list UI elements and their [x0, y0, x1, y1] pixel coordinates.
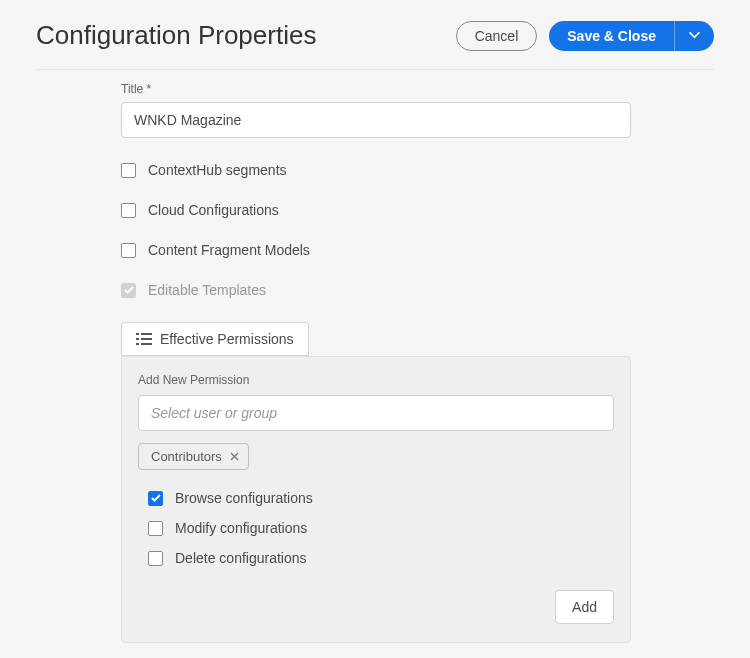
- list-icon: [136, 332, 152, 346]
- close-icon: [230, 452, 239, 461]
- permission-checkboxes: Browse configurations Modify configurati…: [138, 490, 614, 566]
- svg-rect-4: [136, 343, 139, 345]
- title-input[interactable]: [121, 102, 631, 138]
- tab-effective-permissions[interactable]: Effective Permissions: [121, 322, 309, 356]
- option-label: Content Fragment Models: [148, 242, 310, 258]
- form-body: Title * ContextHub segments Cloud Config…: [36, 82, 714, 643]
- option-contexthub-segments[interactable]: ContextHub segments: [121, 162, 714, 178]
- perm-modify-configurations[interactable]: Modify configurations: [148, 520, 614, 536]
- selected-tags: Contributors: [138, 443, 614, 470]
- save-and-close-button[interactable]: Save & Close: [549, 21, 674, 51]
- option-cloud-configurations[interactable]: Cloud Configurations: [121, 202, 714, 218]
- user-group-search-input[interactable]: [138, 395, 614, 431]
- perm-label: Modify configurations: [175, 520, 307, 536]
- tag-label: Contributors: [151, 449, 222, 464]
- option-editable-templates: Editable Templates: [121, 282, 714, 298]
- chevron-down-icon: [689, 32, 700, 39]
- svg-rect-2: [136, 338, 139, 340]
- tab-label: Effective Permissions: [160, 331, 294, 347]
- add-button[interactable]: Add: [555, 590, 614, 624]
- perm-label: Delete configurations: [175, 550, 307, 566]
- option-label: Cloud Configurations: [148, 202, 279, 218]
- checkbox-icon: [121, 283, 136, 298]
- checkbox-icon: [148, 521, 163, 536]
- panel-footer: Add: [138, 590, 614, 624]
- dialog-header: Configuration Properties Cancel Save & C…: [36, 20, 714, 70]
- perm-delete-configurations[interactable]: Delete configurations: [148, 550, 614, 566]
- perm-label: Browse configurations: [175, 490, 313, 506]
- header-actions: Cancel Save & Close: [456, 21, 714, 51]
- perm-browse-configurations[interactable]: Browse configurations: [148, 490, 614, 506]
- title-field-label: Title *: [121, 82, 714, 96]
- permissions-panel: Add New Permission Contributors: [121, 356, 631, 643]
- svg-rect-5: [141, 343, 152, 345]
- checkbox-icon: [121, 203, 136, 218]
- save-button-group: Save & Close: [549, 21, 714, 51]
- svg-rect-1: [141, 333, 152, 335]
- checkbox-icon: [121, 163, 136, 178]
- checkbox-icon: [148, 551, 163, 566]
- option-label: ContextHub segments: [148, 162, 287, 178]
- tag-contributors[interactable]: Contributors: [138, 443, 249, 470]
- add-permission-label: Add New Permission: [138, 373, 614, 387]
- checkbox-icon: [148, 491, 163, 506]
- save-dropdown-button[interactable]: [674, 21, 714, 51]
- svg-rect-3: [141, 338, 152, 340]
- tab-bar: Effective Permissions Add New Permission…: [121, 322, 714, 643]
- svg-rect-0: [136, 333, 139, 335]
- cancel-button[interactable]: Cancel: [456, 21, 538, 51]
- checkbox-icon: [121, 243, 136, 258]
- option-label: Editable Templates: [148, 282, 266, 298]
- page-title: Configuration Properties: [36, 20, 316, 51]
- option-content-fragment-models[interactable]: Content Fragment Models: [121, 242, 714, 258]
